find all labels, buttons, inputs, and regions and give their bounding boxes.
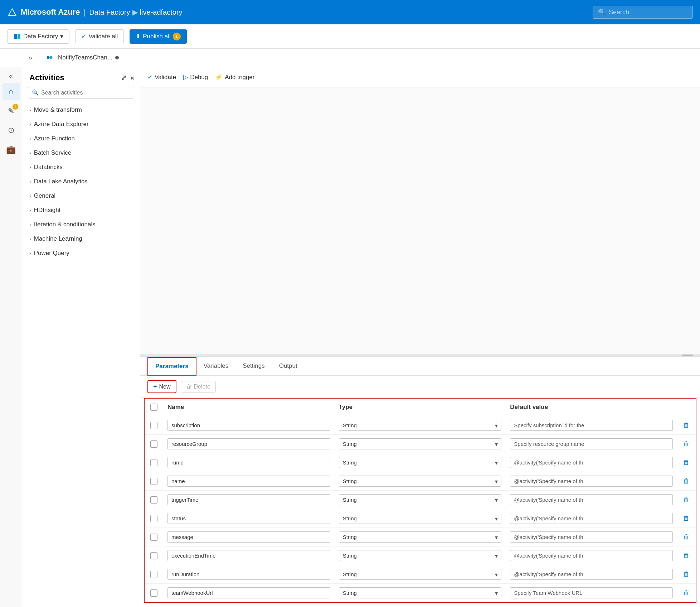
tab-variables[interactable]: Variables xyxy=(196,357,236,376)
tab-output[interactable]: Output xyxy=(272,357,305,376)
header-checkbox[interactable] xyxy=(150,404,157,411)
sidebar-item-batch-service[interactable]: › Batch Service xyxy=(22,146,140,160)
row-check-cell xyxy=(145,551,163,561)
tab-parameters[interactable]: Parameters xyxy=(147,357,196,376)
row-checkbox[interactable] xyxy=(150,589,157,597)
data-factory-dropdown[interactable]: Data Factory ▾ xyxy=(7,29,69,44)
row-default-value[interactable]: @activity('Specify name of th xyxy=(510,457,673,468)
row-name-input[interactable] xyxy=(167,438,330,449)
tab-settings[interactable]: Settings xyxy=(235,357,272,376)
sidebar-item-machine-learning[interactable]: › Machine Learning xyxy=(22,232,140,246)
row-default-value[interactable]: @activity('Specify name of th xyxy=(510,494,673,505)
row-type-select[interactable]: String xyxy=(339,531,502,543)
row-delete-button[interactable]: 🗑 xyxy=(681,477,691,485)
row-type-select[interactable]: String xyxy=(339,550,502,561)
row-type-select[interactable]: String xyxy=(339,513,502,524)
row-delete-button[interactable]: 🗑 xyxy=(681,570,691,578)
row-name-cell xyxy=(163,418,335,432)
publish-all-button[interactable]: ⬆ Publish all 1 xyxy=(130,29,187,44)
pipeline-tab-item[interactable]: NotifiyTeamsChan... xyxy=(39,50,126,66)
row-checkbox[interactable] xyxy=(150,459,157,466)
row-name-input[interactable] xyxy=(167,420,330,431)
row-default-cell: @activity('Specify name of th xyxy=(506,474,677,488)
row-checkbox[interactable] xyxy=(150,552,157,559)
row-checkbox[interactable] xyxy=(150,422,157,429)
breadcrumb-live-adfactory[interactable]: live-adfactory xyxy=(140,8,183,16)
row-default-value[interactable]: Specify resource group name xyxy=(510,438,673,449)
row-type-cell: String xyxy=(335,567,506,581)
sidebar-item-monitor[interactable]: ⊙ xyxy=(3,122,20,139)
sidebar-item-databricks[interactable]: › Databricks xyxy=(22,160,140,174)
row-type-select[interactable]: String xyxy=(339,569,502,580)
sidebar-item-move-transform[interactable]: › Move & transform xyxy=(22,103,140,117)
chevron-icon: › xyxy=(29,207,31,213)
row-type-select[interactable]: String xyxy=(339,438,502,449)
breadcrumb-data-factory[interactable]: Data Factory xyxy=(89,8,130,16)
row-checkbox[interactable] xyxy=(150,478,157,485)
col-header-check xyxy=(145,402,163,412)
row-checkbox[interactable] xyxy=(150,571,157,578)
sidebar-item-power-query[interactable]: › Power Query xyxy=(22,246,140,260)
row-name-input[interactable] xyxy=(167,513,330,524)
add-trigger-button[interactable]: ⚡ Add trigger xyxy=(215,73,254,81)
debug-button[interactable]: ▷ Debug xyxy=(183,73,208,81)
row-type-select[interactable]: String xyxy=(339,457,502,468)
sidebar-item-azure-function[interactable]: › Azure Function xyxy=(22,131,140,146)
row-delete-button[interactable]: 🗑 xyxy=(681,589,691,597)
row-name-input[interactable] xyxy=(167,550,330,561)
col-header-type: Type xyxy=(335,402,506,412)
sidebar-item-iteration-conditionals[interactable]: › Iteration & conditionals xyxy=(22,217,140,232)
row-default-value[interactable]: @activity('Specify name of th xyxy=(510,550,673,561)
row-delete-button[interactable]: 🗑 xyxy=(681,552,691,559)
row-name-input[interactable] xyxy=(167,476,330,487)
row-type-select[interactable]: String xyxy=(339,587,502,598)
trash-icon: 🗑 xyxy=(186,384,192,390)
delete-button[interactable]: 🗑 Delete xyxy=(181,381,216,392)
row-checkbox[interactable] xyxy=(150,515,157,522)
row-name-input[interactable] xyxy=(167,569,330,580)
validate-button[interactable]: ✓ Validate xyxy=(147,73,176,81)
row-default-value[interactable]: @activity('Specify name of th xyxy=(510,569,673,580)
row-default-value[interactable]: @activity('Specify name of th xyxy=(510,531,673,543)
validate-all-button[interactable]: ✓ Validate all xyxy=(75,29,124,43)
sidebar-item-hdinsight[interactable]: › HDInsight xyxy=(22,203,140,217)
sidebar-item-data-lake-analytics[interactable]: › Data Lake Analytics xyxy=(22,174,140,189)
sidebar-item-manage[interactable]: 💼 xyxy=(3,141,20,158)
collapse-activities-icon[interactable]: « xyxy=(130,73,134,82)
collapse-sidebar-button[interactable]: « xyxy=(3,71,20,81)
sidebar-item-azure-data-explorer[interactable]: › Azure Data Explorer xyxy=(22,117,140,131)
expand-activities-icon[interactable]: ⤢ xyxy=(121,73,127,82)
svg-rect-3 xyxy=(18,34,20,39)
row-delete-button[interactable]: 🗑 xyxy=(681,440,691,448)
row-name-input[interactable] xyxy=(167,494,330,505)
top-search[interactable]: 🔍 Search xyxy=(593,6,693,19)
row-name-input[interactable] xyxy=(167,531,330,543)
sidebar-item-edit[interactable]: ✎ 1 xyxy=(3,102,20,120)
row-delete-button[interactable]: 🗑 xyxy=(681,459,691,466)
row-type-select[interactable]: String xyxy=(339,476,502,487)
row-default-value[interactable]: @activity('Specify name of th xyxy=(510,513,673,524)
row-delete-button[interactable]: 🗑 xyxy=(681,421,691,429)
row-default-cell: @activity('Specify name of th xyxy=(506,549,677,563)
row-type-select[interactable]: String xyxy=(339,420,502,431)
row-delete-button[interactable]: 🗑 xyxy=(681,533,691,541)
new-button[interactable]: + New xyxy=(147,380,176,393)
row-default-value[interactable]: @activity('Specify name of th xyxy=(510,476,673,487)
data-factory-icon xyxy=(13,33,21,40)
search-activities-input[interactable] xyxy=(41,90,130,96)
row-name-input[interactable] xyxy=(167,457,330,468)
row-default-value[interactable]: Specify subscription id for the xyxy=(510,420,673,431)
row-checkbox[interactable] xyxy=(150,496,157,504)
row-default-value[interactable]: Specify Team Webhook URL xyxy=(510,587,673,598)
row-checkbox[interactable] xyxy=(150,534,157,541)
sidebar-item-home[interactable]: ⌂ xyxy=(3,83,20,100)
activities-panel: Activities ⤢ « 🔍 › Move & transform › Az… xyxy=(22,67,140,607)
expand-button[interactable]: » xyxy=(29,54,32,62)
row-delete-button[interactable]: 🗑 xyxy=(681,496,691,504)
row-name-input[interactable] xyxy=(167,587,330,598)
row-type-select[interactable]: String xyxy=(339,494,502,505)
row-checkbox[interactable] xyxy=(150,440,157,448)
canvas-drawing xyxy=(140,87,700,354)
row-delete-button[interactable]: 🗑 xyxy=(681,515,691,522)
sidebar-item-general[interactable]: › General xyxy=(22,189,140,203)
